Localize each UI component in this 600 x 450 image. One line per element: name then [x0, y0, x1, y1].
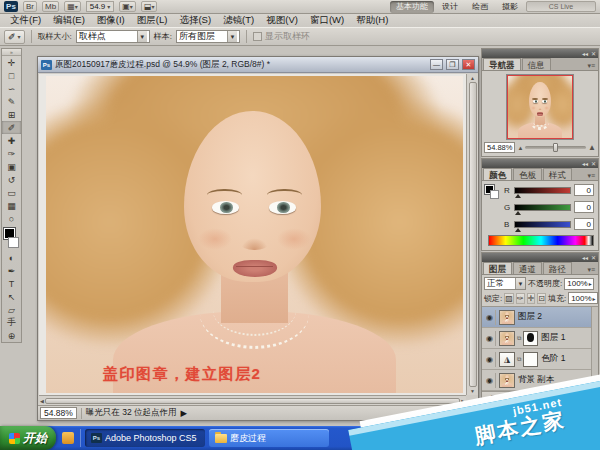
lasso-tool-icon[interactable]: ∽ [2, 82, 21, 95]
cs-live-button[interactable]: CS Live [526, 1, 596, 12]
canvas-area[interactable]: 盖印图章，建立图层2 [39, 74, 466, 395]
scroll-left-icon[interactable]: ◀ [40, 398, 44, 404]
tab-layers[interactable]: 图层 [483, 262, 512, 274]
levels-adjustment-icon[interactable]: ◮ [499, 352, 515, 367]
zoom-slider-thumb[interactable] [553, 143, 558, 152]
layer-mask-thumbnail[interactable] [523, 352, 538, 367]
menu-view[interactable]: 视图(V) [260, 14, 304, 27]
vertical-scroll-thumb[interactable] [469, 82, 477, 387]
eyedropper-tool-icon[interactable]: ✐ [2, 121, 21, 134]
sample-size-dropdown[interactable]: 取样点▼ [76, 30, 150, 43]
horizontal-scroll-thumb[interactable] [45, 398, 460, 404]
tab-navigator[interactable]: 导航器 [483, 58, 521, 70]
blue-slider[interactable] [514, 221, 571, 228]
navigator-zoom-slider[interactable] [525, 146, 586, 149]
menu-image[interactable]: 图像(I) [91, 14, 131, 27]
green-slider[interactable] [514, 204, 571, 211]
layer-row-levels1[interactable]: ◉ ◮ ⧉ 色阶 1 [482, 349, 591, 370]
vertical-scrollbar[interactable]: ▲ ▼ [466, 74, 478, 395]
tab-channels[interactable]: 通道 [513, 262, 542, 274]
layer-mask-thumbnail[interactable] [523, 331, 538, 346]
visibility-eye-icon[interactable]: ◉ [484, 331, 496, 346]
layer-row-layer2[interactable]: ◉ 图层 2 [482, 307, 591, 328]
tab-styles[interactable]: 样式 [543, 168, 572, 180]
zoom-in-icon[interactable]: ▲ [588, 143, 596, 152]
sample-dropdown[interactable]: 所有图层▼ [176, 30, 240, 43]
lock-pixels-icon[interactable]: ✑ [516, 293, 525, 304]
horizontal-scrollbar[interactable]: ◀ ▶ [39, 395, 466, 405]
close-button[interactable]: ✕ [462, 59, 475, 70]
red-slider-thumb[interactable] [515, 194, 521, 198]
zoom-level-control[interactable]: 54.9▾ [86, 1, 115, 12]
scroll-down-icon[interactable]: ▼ [470, 388, 475, 394]
menu-edit[interactable]: 编辑(E) [47, 14, 91, 27]
shape-tool-icon[interactable]: ▱ [2, 303, 21, 316]
quick-launch-icon[interactable] [62, 432, 74, 444]
workspace-painting[interactable]: 绘画 [466, 1, 494, 13]
bridge-launcher-icon[interactable]: Br [23, 1, 37, 12]
lock-position-icon[interactable]: ✛ [527, 293, 536, 304]
red-slider[interactable] [514, 187, 571, 194]
menu-select[interactable]: 选择(S) [173, 14, 217, 27]
mask-link-icon[interactable]: ⧉ [517, 335, 521, 342]
menu-help[interactable]: 帮助(H) [350, 14, 394, 27]
tab-info[interactable]: 信息 [522, 58, 551, 70]
eraser-tool-icon[interactable]: ▭ [2, 186, 21, 199]
view-extras-icon[interactable]: ▦▾ [64, 1, 81, 12]
collapse-panel-icon[interactable]: ◂◂ [582, 161, 588, 167]
tab-color[interactable]: 颜色 [483, 168, 512, 180]
workspace-photography[interactable]: 摄影 [496, 1, 524, 13]
green-value-field[interactable]: 0 [574, 201, 594, 213]
crop-tool-icon[interactable]: ⊞ [2, 108, 21, 121]
blue-slider-thumb[interactable] [515, 228, 521, 232]
close-panel-icon[interactable]: ✕ [591, 51, 596, 57]
dodge-tool-icon[interactable]: ◐ [2, 251, 21, 264]
start-button[interactable]: 开始 [0, 426, 56, 450]
menu-file[interactable]: 文件(F) [4, 14, 47, 27]
background-color-swatch[interactable] [490, 190, 499, 199]
gradient-tool-icon[interactable]: ▦ [2, 199, 21, 212]
collapse-panel-icon[interactable]: ◂◂ [582, 255, 588, 261]
path-selection-tool-icon[interactable]: ↖ [2, 290, 21, 303]
visibility-eye-icon[interactable]: ◉ [484, 310, 496, 325]
close-panel-icon[interactable]: ✕ [591, 255, 596, 261]
minimize-button[interactable]: — [430, 59, 443, 70]
color-spectrum-ramp[interactable] [488, 235, 594, 246]
blend-mode-dropdown[interactable]: 正常▼ [484, 277, 526, 290]
foreground-background-swatches[interactable] [485, 185, 499, 199]
lock-transparency-icon[interactable]: ▨ [504, 293, 514, 304]
workspace-design[interactable]: 设计 [436, 1, 464, 13]
zoom-out-icon[interactable]: ▲ [517, 145, 523, 151]
blue-value-field[interactable]: 0 [574, 218, 594, 230]
tab-swatches[interactable]: 色板 [513, 168, 542, 180]
pen-tool-icon[interactable]: ✒ [2, 264, 21, 277]
brush-tool-icon[interactable]: ✑ [2, 147, 21, 160]
panel-menu-icon[interactable]: ▾≡ [587, 62, 598, 70]
mask-link-icon[interactable]: ⧉ [517, 356, 521, 363]
type-tool-icon[interactable]: T [2, 277, 21, 290]
status-flyout-icon[interactable]: ▶ [181, 408, 188, 418]
eyedropper-tool-preset[interactable]: ✐▾ [4, 30, 25, 44]
photo-canvas[interactable] [46, 76, 463, 393]
arrange-documents-icon[interactable]: ▣▾ [119, 1, 136, 12]
navigator-zoom-field[interactable]: 54.88% [484, 142, 515, 153]
toolbox-grip[interactable]: » [2, 49, 21, 56]
quick-selection-tool-icon[interactable]: ✎ [2, 95, 21, 108]
visibility-eye-icon[interactable]: ◉ [484, 373, 496, 388]
restore-button[interactable]: ❐ [446, 59, 459, 70]
document-titlebar[interactable]: Ps 原图20150917磨皮过程.psd @ 54.9% (图层 2, RGB… [38, 57, 478, 73]
menu-window[interactable]: 窗口(W) [304, 14, 350, 27]
opacity-field[interactable]: 100%▸ [564, 278, 593, 290]
menu-layer[interactable]: 图层(L) [131, 14, 174, 27]
close-panel-icon[interactable]: ✕ [591, 161, 596, 167]
menu-filter[interactable]: 滤镜(T) [217, 14, 260, 27]
panel-menu-icon[interactable]: ▾≡ [587, 172, 598, 180]
collapse-panel-icon[interactable]: ◂◂ [582, 51, 588, 57]
visibility-eye-icon[interactable]: ◉ [484, 352, 496, 367]
scroll-up-icon[interactable]: ▲ [470, 75, 475, 81]
lock-all-icon[interactable]: ⊡ [537, 293, 546, 304]
tab-paths[interactable]: 路径 [543, 262, 572, 274]
hand-tool-icon[interactable]: 手 [2, 316, 21, 329]
background-color-swatch[interactable] [8, 237, 19, 248]
taskbar-button-photoshop[interactable]: Ps Adobe Photoshop CS5 [85, 429, 205, 447]
